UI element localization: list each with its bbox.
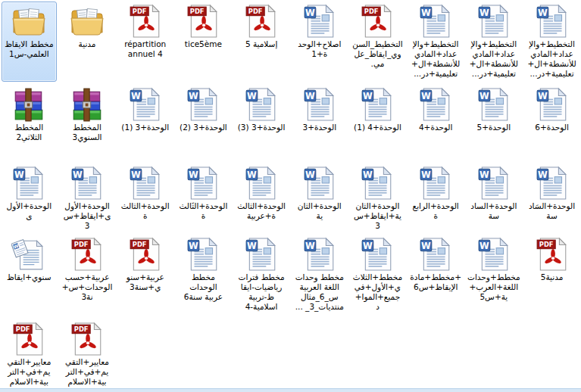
file-tile[interactable]: W مخططالوحداتعربية سنة6 [174,235,233,315]
file-tile[interactable]: مدنية [58,2,117,82]
file-label-line: التخطيط+والإ [523,39,581,49]
file-tile[interactable]: PDF معايير+التقييم+في+التربية+الاسلامية [0,319,58,392]
file-tile[interactable]: W مخطط فتراترياضيات-ايقاظ-تربيةاسلامية-4 [233,235,291,315]
file-tile-inner: W مخطط وحداتاللغة العربيةس_6_مثالمنتديات… [292,235,347,315]
file-tile[interactable]: المخططالسنوي3 [58,85,117,145]
file-label: المخططالسنوي3 [58,123,116,142]
file-label-line: يم+في+التر [0,367,58,377]
file-tile[interactable]: W مخطط وحداتاللغة العربيةس_6_مثالمنتديات… [290,235,348,315]
file-label: مخطط+وحداتاللغة+العرب+ية+س5 [465,272,523,302]
word-icon: W [244,166,279,201]
file-label: التخطيط+والإعداد+الماديللأنشطة+ال+تعليمي… [523,39,581,79]
file-tile[interactable]: PDF tice5ème [174,2,233,82]
file-tile[interactable]: المخططالثلاثي2 [0,85,58,145]
file-label-line: المخطط [58,123,116,132]
file-label-line: 3 [348,221,406,231]
file-tile-inner: W الوحدة+الثانية [292,163,347,234]
file-tile[interactable]: W الوحدة+الثالثة [116,163,174,234]
file-tile[interactable]: W الوحدة+الثانية+ايقاظ+س3 [348,163,407,234]
file-label-line: اسلامية-4 [233,302,290,312]
file-tile[interactable]: PDF répartitionannuel 4 [116,2,174,82]
file-label: مخطط وحداتاللغة العربيةس_6_مثالمنتديات_3… [291,272,348,312]
file-tile[interactable]: مخطط الايقاظالعلمي-س1 [0,2,58,82]
rar-icon [70,87,105,122]
file-label-line: الوحدة+الثان [291,201,348,211]
word-icon: W [360,237,395,272]
file-tile[interactable]: PDF عربية+حسبالوحدات+س+نة3 [58,235,117,315]
file-tile-inner: W الوحدة+6 [524,85,579,145]
word-icon: W [302,87,337,122]
file-label-line: الوحدة+3 [291,123,348,132]
file-tile[interactable]: W الوحدة+6 [523,85,581,145]
file-tile[interactable]: PDF التخطيط_السنوي_ايقاظ_علمي. [348,2,407,82]
file-tile-inner: PDF معايير+التقييم+في+التربية+الاسلامية [2,319,57,392]
file-label-line: المخطط [0,123,58,132]
file-tile[interactable]: W الوحدة+الأولى+ايقاظ+س3 [58,163,117,234]
file-label-line: ية+س5 [465,292,523,302]
file-label-line: الثلاثي2 [0,132,58,142]
svg-text:PDF: PDF [74,325,89,333]
svg-text:PDF: PDF [132,8,146,15]
file-tile[interactable]: W التخطيط+والإعداد+الماديللأنشطة+ال+تعلي… [407,2,465,82]
file-tile-inner: W الوحدة+الأولى+ايقاظ+س3 [60,163,115,234]
file-tile[interactable]: W الوحدة+السَادسة [523,163,581,234]
file-label-line: معايير+التقي [58,357,116,367]
file-tile[interactable]: W الوحدة+3 (1) [116,85,174,145]
svg-text:W: W [305,8,315,18]
file-tile[interactable]: W سنوي+ايقاظ [0,235,58,315]
pdf-icon: PDF [128,4,163,39]
file-tile[interactable]: W الوحدة+الثَالثة [174,163,233,234]
file-tile[interactable]: W مخطط+الثلاثي+الأول+فيجميع+الموا+د [348,235,407,315]
file-tile-inner: W مخطط فتراترياضيات-ايقاظ-تربيةاسلامية-4 [234,235,289,315]
file-tile[interactable]: W الوحدة+3 (2) [174,85,233,145]
pdf-icon: PDF [244,4,279,39]
svg-text:PDF: PDF [190,8,205,15]
file-tile-inner: W الوحدة+الثالثة+عربية [234,163,289,234]
file-tile[interactable]: PDF إسلامية 5 [233,2,291,82]
file-tile[interactable]: PDF معايير+التقييم+في+التربية+الاسلامية [58,319,117,392]
pdf-icon: PDF [11,322,46,356]
file-tile[interactable]: PDF عربية+سنوي+سنة3 [116,235,174,315]
svg-text:W: W [14,170,24,180]
file-label: الوحدة+3 (3) [233,123,290,132]
file-tile[interactable]: W الوحدة+3 [290,85,348,145]
file-tile[interactable]: W الوحدة+3 (3) [233,85,291,145]
file-tile[interactable]: W الوحدة+5 [465,85,523,145]
file-tile[interactable]: W الوحدة+الأولى [0,163,58,234]
file-tile-inner: PDF tice5ème [176,2,231,82]
word-icon: W [418,4,453,39]
file-label-line: للأنشطة+ال+ [523,59,581,69]
file-tile[interactable]: W +مخطط+مادةالإيقاظ+س6 [407,235,465,315]
file-tile[interactable]: W التخطيط+والإعداد+الماديللأنشطة+ال+تعلي… [465,2,523,82]
file-tile[interactable]: W الوحدة+الثانية [290,163,348,234]
file-tile[interactable]: W الوحدة+السادسة [465,163,523,234]
file-tile[interactable]: W مخطط+وحداتاللغة+العرب+ية+س5 [465,235,523,315]
file-label-line: الوحدة+3 (3) [233,123,290,132]
word-icon: W [186,166,220,201]
file-label-line: سنوي+ايقاظ [0,272,58,282]
file-label-line: مدنية5 [523,272,581,282]
file-label-line: الوحدة+الثَالث [174,201,232,211]
folder-icon [70,4,105,39]
file-label-line: ة+1 [291,49,348,59]
file-tile-inner: PDF عربية+سنوي+سنة3 [117,235,173,315]
file-tile[interactable]: W اصلاح+الوحدة+1 [290,2,348,82]
file-tile-inner: W التخطيط+والإعداد+الماديللأنشطة+ال+تعلي… [524,2,579,82]
svg-text:W: W [305,91,315,101]
explorer-content-area: مخطط الايقاظالعلمي-س1 مدنية PDF répartit… [0,0,581,392]
file-tile-inner: المخططالثلاثي2 [2,85,57,145]
file-tile[interactable]: W التخطيط+والإعداد+الماديللأنشطة+ال+تعلي… [523,2,581,82]
file-label: الوحدة+4 (1) [348,123,406,132]
file-label-line: تعليمية+در... [465,69,523,79]
file-label-line: إسلامية 5 [233,39,290,49]
file-tile[interactable]: W الوحدة+4 [407,85,465,145]
file-tile-inner: W الوحدة+السادسة [466,163,521,234]
file-label-line: ي+سنة3 [117,282,174,292]
file-label-line: الوحدة+5 [465,123,523,132]
file-tile[interactable]: W الوحدة+4 (1) [348,85,407,145]
file-tile[interactable]: PDF مدنية5 [523,235,581,315]
file-tile[interactable]: W الوحدة+الثالثة+عربية [233,163,291,234]
word-icon: W [302,237,337,272]
word-icon: W [11,166,46,201]
file-tile[interactable]: W الوحدة+الرابعة [407,163,465,234]
